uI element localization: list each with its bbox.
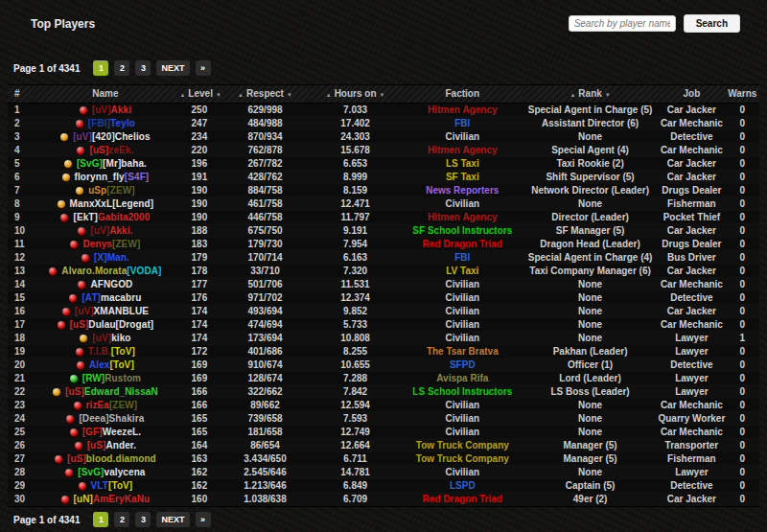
search-button[interactable]: Search [684, 14, 740, 33]
sort-desc-icon[interactable]: ▼ [602, 92, 614, 98]
page-button[interactable]: 2 [114, 60, 129, 76]
player-hours: 10.655 [309, 358, 403, 371]
player-faction: Hitmen Agency [403, 143, 523, 156]
page-button[interactable]: NEXT [156, 60, 189, 76]
player-name[interactable]: [uV]XMANBLUE [75, 306, 149, 316]
player-hours: 24.303 [309, 129, 403, 143]
player-respect: 493/694 [221, 304, 308, 317]
player-name[interactable]: Denys[ZEW] [82, 239, 140, 249]
player-hours: 10.808 [309, 331, 403, 344]
player-level: 188 [176, 223, 221, 237]
player-name[interactable]: [uV][420]Chelios [73, 131, 151, 142]
page-button[interactable]: 3 [135, 512, 151, 527]
player-hours: 7.954 [309, 237, 403, 250]
player-hours: 12.471 [309, 197, 403, 210]
player-name-cell: [SvG][Mr]baha. [34, 156, 176, 170]
status-dot-icon [58, 200, 65, 208]
player-warns: 0 [726, 384, 759, 398]
sort-desc-icon[interactable]: ▼ [284, 92, 295, 98]
player-name[interactable]: [uN]AmEryKaNu [74, 494, 151, 504]
row-number: 10 [8, 223, 34, 237]
status-dot-icon [53, 388, 60, 396]
sort-asc-icon[interactable]: ▲ [323, 92, 335, 98]
player-name[interactable]: [uS]Ander. [87, 440, 137, 451]
player-name[interactable]: rizEa[ZEW] [86, 400, 138, 410]
player-faction: Civilian [403, 304, 523, 317]
column-header-hours-on[interactable]: ▲Hours on▼ [309, 85, 403, 103]
page-button[interactable]: » [196, 512, 211, 527]
player-name[interactable]: [uV]Akki [92, 104, 131, 115]
sort-asc-icon[interactable]: ▲ [567, 92, 578, 98]
player-rank: LS Boss (Leader) [523, 384, 658, 398]
table-row: 30 [uN]AmEryKaNu 160 1.038/638 6.709 Red… [8, 492, 759, 505]
player-hours: 7.842 [309, 384, 403, 398]
player-respect: 86/654 [221, 438, 308, 451]
player-rank: Network Director (Leader) [523, 183, 658, 197]
player-respect: 89/662 [221, 398, 308, 411]
player-name[interactable]: [FBI]Teylo [88, 118, 135, 128]
player-name[interactable]: [uV]Akki. [90, 225, 132, 236]
player-respect: 322/662 [221, 384, 308, 398]
player-name[interactable]: florynn_fly[S4F] [75, 172, 150, 182]
player-rank: Manager (5) [523, 438, 658, 451]
player-faction: Civilian [403, 317, 523, 331]
page-button-current[interactable]: 1 [93, 60, 108, 76]
player-name[interactable]: [uS]zeEk. [89, 145, 133, 155]
column-header-label: Hours on [335, 88, 377, 99]
table-row: 11 Denys[ZEW] 183 179/730 7.954 Red Drag… [8, 237, 759, 250]
player-respect: 181/658 [221, 425, 308, 438]
player-faction: LV Taxi [403, 264, 523, 277]
player-job: Detective [658, 290, 726, 304]
player-faction: Hitmen Agency [403, 103, 523, 116]
player-faction: News Reporters [403, 183, 523, 197]
column-header-respect[interactable]: ▲Respect▼ [221, 85, 308, 103]
player-name[interactable]: VLT[ToV] [91, 480, 133, 491]
player-name[interactable]: [uS]Dulau[Drogat] [70, 319, 154, 330]
player-name[interactable]: [uV]kiko [92, 333, 130, 343]
player-name[interactable]: AFNGOD [90, 279, 132, 289]
player-name-cell: [uS]zeEk. [34, 143, 176, 156]
player-rank: Taxi Rookie (2) [523, 156, 658, 170]
player-job: Car Mechanic [658, 425, 726, 438]
player-faction: Civilian [403, 465, 523, 478]
player-name[interactable]: ManxXxL[Legend] [70, 198, 154, 209]
player-name[interactable]: [AT]macabru [81, 292, 141, 303]
player-job: Lawyer [658, 331, 726, 344]
player-name[interactable]: [Deea]Shakira [79, 413, 144, 424]
player-name[interactable]: uSp[ZEW] [88, 185, 135, 196]
player-name[interactable]: [uS]Edward_NissaN [65, 386, 158, 397]
sort-asc-icon[interactable]: ▲ [235, 92, 246, 98]
search-input[interactable] [569, 15, 676, 32]
page-button[interactable]: 3 [135, 60, 151, 76]
player-level: 174 [176, 331, 221, 344]
player-faction: The Tsar Bratva [403, 344, 523, 358]
column-header-label: Name [92, 88, 118, 99]
player-warns: 0 [726, 344, 759, 358]
sort-desc-icon[interactable]: ▼ [377, 92, 388, 98]
page-button[interactable]: 2 [114, 512, 129, 527]
status-dot-icon [78, 227, 85, 235]
column-header-rank[interactable]: ▲Rank▼ [523, 85, 658, 103]
player-name[interactable]: [EkT]Gabita2000 [73, 212, 150, 222]
page-button-current[interactable]: 1 [93, 512, 108, 527]
player-faction: Tow Truck Company [403, 451, 523, 465]
table-row: 23 rizEa[ZEW] 166 89/662 12.594 Civilian… [8, 398, 759, 411]
sort-asc-icon[interactable]: ▲ [176, 92, 188, 98]
player-respect: 128/674 [221, 371, 308, 384]
player-name[interactable]: [SvG][Mr]baha. [77, 158, 147, 169]
player-name[interactable]: [RW]Rustom [82, 373, 141, 383]
player-name[interactable]: Alex[ToV] [89, 359, 134, 370]
player-warns: 0 [726, 183, 759, 197]
player-name[interactable]: Alvaro.Morata[VODA] [61, 266, 161, 276]
player-name[interactable]: [X]Man. [94, 252, 129, 263]
page-button[interactable]: » [196, 60, 211, 76]
column-header-level[interactable]: ▲Level▼ [176, 85, 221, 103]
sort-desc-icon[interactable]: ▼ [213, 92, 222, 98]
player-name-cell: [uS]blood.diamond [34, 451, 176, 465]
player-name-cell: [uV]Akki [34, 103, 176, 116]
player-name[interactable]: [SvG]valycena [78, 467, 145, 477]
player-name[interactable]: T.I.B.[ToV] [88, 346, 135, 357]
player-name[interactable]: [uS]blood.diamond [67, 453, 156, 464]
page-button[interactable]: NEXT [156, 512, 189, 527]
player-name[interactable]: [GF]WeezeL. [82, 427, 141, 437]
